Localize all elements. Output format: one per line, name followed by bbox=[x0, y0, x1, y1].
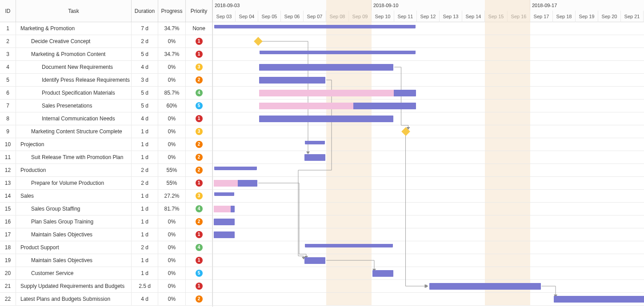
table-row[interactable]: 18Product Support2 d0%4 bbox=[0, 241, 212, 254]
task-bar[interactable] bbox=[304, 257, 325, 264]
priority-badge: 1 bbox=[196, 257, 203, 264]
cell-progress: 34.7% bbox=[158, 48, 186, 60]
cell-duration: 2 d bbox=[132, 35, 158, 48]
table-row[interactable]: 21Supply Updated Requirements and Budget… bbox=[0, 280, 212, 293]
cell-priority: 1 bbox=[186, 280, 212, 292]
cell-task[interactable]: Projection bbox=[16, 138, 132, 151]
cell-task[interactable]: Maintain Sales Objectives bbox=[16, 254, 132, 267]
header-id[interactable]: ID bbox=[0, 0, 16, 22]
cell-progress: 55% bbox=[158, 164, 186, 176]
task-bar[interactable] bbox=[259, 77, 325, 84]
task-bar[interactable] bbox=[429, 283, 541, 290]
header-priority[interactable]: Priority bbox=[186, 0, 212, 22]
table-row[interactable]: 17Maintain Sales Objectives1 d0%1 bbox=[0, 228, 212, 241]
table-row[interactable]: 16Plan Sales Group Training1 d0%2 bbox=[0, 215, 212, 228]
cell-progress: 0% bbox=[158, 280, 186, 292]
table-row[interactable]: 15Sales Group Staffing1 d81.7%4 bbox=[0, 203, 212, 215]
table-row[interactable]: 2Decide Creative Concept2 d0%1 bbox=[0, 35, 212, 48]
cell-task[interactable]: Marketing & Promotion Content bbox=[16, 48, 132, 60]
cell-task[interactable]: Identify Press Release Requirements bbox=[16, 74, 132, 86]
day-label: Sep 03 bbox=[213, 11, 236, 22]
cell-task[interactable]: Suit Release Time with Promotion Plan bbox=[16, 151, 132, 163]
header-duration[interactable]: Duration bbox=[132, 0, 158, 22]
cell-task[interactable]: Decide Creative Concept bbox=[16, 35, 132, 48]
cell-duration: 1 d bbox=[132, 125, 158, 138]
cell-task[interactable]: Document New Requirements bbox=[16, 61, 132, 73]
gantt-chart: ID Task Duration Progress Priority 1Mark… bbox=[0, 0, 644, 307]
table-row[interactable]: 8Internal Communication Needs4 d0%1 bbox=[0, 112, 212, 125]
table-row[interactable]: 10Projection1 d0%2 bbox=[0, 138, 212, 151]
priority-badge: 1 bbox=[196, 283, 203, 290]
table-row[interactable]: 13Prepare for Volume Production2 d55%1 bbox=[0, 177, 212, 190]
cell-priority: 4 bbox=[186, 87, 212, 99]
table-row[interactable]: 22Latest Plans and Budgets Submission4 d… bbox=[0, 293, 212, 306]
task-bar[interactable] bbox=[372, 270, 393, 277]
cell-progress: 0% bbox=[158, 138, 186, 151]
cell-task[interactable]: Plan Sales Group Training bbox=[16, 215, 132, 228]
table-row[interactable]: 19Maintain Sales Objectives1 d0%1 bbox=[0, 254, 212, 267]
priority-badge: 1 bbox=[196, 115, 203, 122]
cell-task[interactable]: Latest Plans and Budgets Submission bbox=[16, 293, 132, 305]
day-label: Sep 17 bbox=[530, 11, 553, 22]
cell-task[interactable]: Prepare for Volume Production bbox=[16, 177, 132, 189]
summary-bar[interactable] bbox=[260, 51, 415, 54]
summary-bar[interactable] bbox=[215, 167, 256, 170]
week-label: 2018-09-03 bbox=[213, 0, 372, 11]
cell-task[interactable]: Marketing & Promotion bbox=[16, 22, 132, 35]
day-label: Sep 20 bbox=[598, 11, 621, 22]
table-row[interactable]: 3Marketing & Promotion Content5 d34.7%1 bbox=[0, 48, 212, 61]
summary-bar[interactable] bbox=[215, 192, 234, 196]
table-row[interactable]: 7Sales Presenetations5 d60%5 bbox=[0, 100, 212, 112]
cell-priority: 3 bbox=[186, 125, 212, 138]
task-bar[interactable] bbox=[214, 219, 235, 225]
cell-duration: 1 d bbox=[132, 254, 158, 267]
day-label: Sep 04 bbox=[236, 11, 258, 22]
table-row[interactable]: 6Product Specification Materials5 d85.7%… bbox=[0, 87, 212, 100]
task-bar[interactable] bbox=[554, 296, 644, 303]
grid-body: 1Marketing & Promotion7 d34.7%None2Decid… bbox=[0, 22, 212, 306]
table-row[interactable]: 20Customer Service1 d0%5 bbox=[0, 267, 212, 280]
cell-task[interactable]: Product Specification Materials bbox=[16, 87, 132, 99]
task-bar[interactable] bbox=[214, 180, 257, 187]
table-row[interactable]: 9Marketing Content Structure Complete1 d… bbox=[0, 125, 212, 138]
cell-task[interactable]: Customer Service bbox=[16, 267, 132, 279]
task-bar[interactable] bbox=[259, 103, 416, 109]
task-bar[interactable] bbox=[304, 154, 325, 161]
priority-badge: 2 bbox=[196, 295, 203, 303]
dependency-line bbox=[326, 260, 374, 271]
task-bar[interactable] bbox=[259, 116, 393, 122]
cell-task[interactable]: Marketing Content Structure Complete bbox=[16, 125, 132, 138]
task-bar[interactable] bbox=[259, 64, 393, 71]
header-progress[interactable]: Progress bbox=[158, 0, 186, 22]
table-row[interactable]: 11Suit Release Time with Promotion Plan1… bbox=[0, 151, 212, 164]
task-bar[interactable] bbox=[259, 90, 416, 96]
task-bar[interactable] bbox=[214, 231, 235, 238]
cell-task[interactable]: Sales Group Staffing bbox=[16, 203, 132, 215]
task-bar[interactable] bbox=[214, 206, 235, 212]
cell-priority: 5 bbox=[186, 267, 212, 279]
summary-bar[interactable] bbox=[215, 25, 415, 28]
priority-badge: 1 bbox=[196, 51, 203, 58]
table-row[interactable]: 14Sales1 d27.2%3 bbox=[0, 190, 212, 203]
table-row[interactable]: 5Identify Press Release Requirements3 d0… bbox=[0, 74, 212, 87]
cell-id: 19 bbox=[0, 254, 16, 267]
table-row[interactable]: 4Document New Requirements4 d0%3 bbox=[0, 61, 212, 74]
cell-id: 11 bbox=[0, 151, 16, 163]
table-row[interactable]: 1Marketing & Promotion7 d34.7%None bbox=[0, 22, 212, 35]
progress-fill bbox=[214, 180, 238, 187]
header-task[interactable]: Task bbox=[16, 0, 132, 22]
cell-task[interactable]: Maintain Sales Objectives bbox=[16, 228, 132, 241]
priority-badge: 1 bbox=[196, 38, 203, 45]
day-label: Sep 09 bbox=[349, 11, 372, 22]
cell-task[interactable]: Product Support bbox=[16, 241, 132, 254]
summary-bar[interactable] bbox=[305, 244, 392, 247]
cell-task[interactable]: Sales bbox=[16, 190, 132, 202]
cell-progress: 0% bbox=[158, 241, 186, 254]
cell-task[interactable]: Internal Communication Needs bbox=[16, 112, 132, 125]
cell-task[interactable]: Sales Presenetations bbox=[16, 100, 132, 112]
day-label: Sep 11 bbox=[394, 11, 417, 22]
summary-bar[interactable] bbox=[305, 141, 324, 144]
cell-task[interactable]: Supply Updated Requirements and Budgets bbox=[16, 280, 132, 292]
table-row[interactable]: 12Production2 d55%2 bbox=[0, 164, 212, 177]
cell-task[interactable]: Production bbox=[16, 164, 132, 176]
